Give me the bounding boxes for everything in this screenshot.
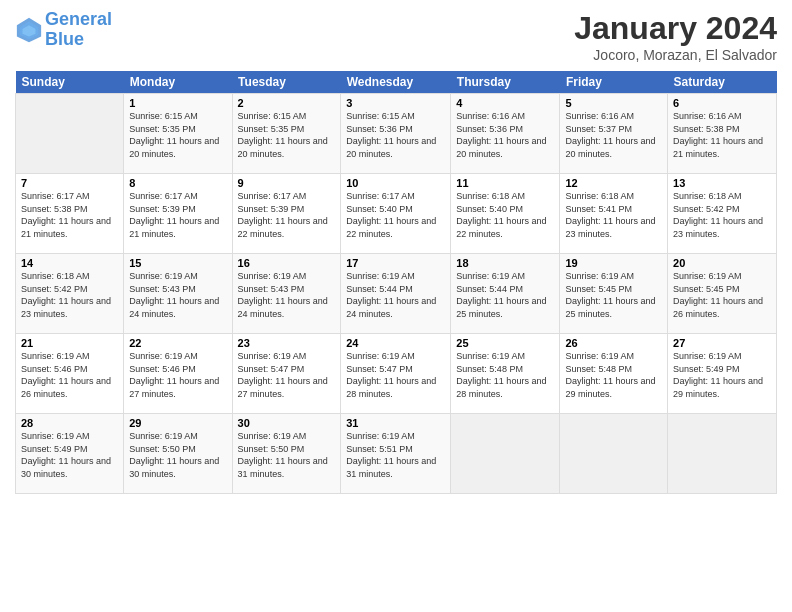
day-cell-w2-d7: 13 Sunrise: 6:18 AMSunset: 5:42 PMDaylig… [668, 174, 777, 254]
day-cell-w5-d6 [560, 414, 668, 494]
day-cell-w3-d2: 15 Sunrise: 6:19 AMSunset: 5:43 PMDaylig… [124, 254, 232, 334]
page-container: General Blue January 2024 Jocoro, Moraza… [0, 0, 792, 612]
day-number: 10 [346, 177, 445, 189]
day-cell-w3-d3: 16 Sunrise: 6:19 AMSunset: 5:43 PMDaylig… [232, 254, 341, 334]
day-number: 17 [346, 257, 445, 269]
day-cell-w2-d4: 10 Sunrise: 6:17 AMSunset: 5:40 PMDaylig… [341, 174, 451, 254]
day-cell-w5-d2: 29 Sunrise: 6:19 AMSunset: 5:50 PMDaylig… [124, 414, 232, 494]
day-info: Sunrise: 6:19 AMSunset: 5:46 PMDaylight:… [129, 351, 219, 399]
day-cell-w5-d1: 28 Sunrise: 6:19 AMSunset: 5:49 PMDaylig… [16, 414, 124, 494]
day-number: 6 [673, 97, 771, 109]
day-cell-w4-d2: 22 Sunrise: 6:19 AMSunset: 5:46 PMDaylig… [124, 334, 232, 414]
day-cell-w5-d5 [451, 414, 560, 494]
calendar-body: 1 Sunrise: 6:15 AMSunset: 5:35 PMDayligh… [16, 94, 777, 494]
day-number: 5 [565, 97, 662, 109]
logo: General Blue [15, 10, 112, 50]
subtitle: Jocoro, Morazan, El Salvador [574, 47, 777, 63]
day-number: 27 [673, 337, 771, 349]
day-info: Sunrise: 6:19 AMSunset: 5:51 PMDaylight:… [346, 431, 436, 479]
day-info: Sunrise: 6:18 AMSunset: 5:40 PMDaylight:… [456, 191, 546, 239]
day-number: 25 [456, 337, 554, 349]
logo-icon [15, 16, 43, 44]
day-info: Sunrise: 6:19 AMSunset: 5:43 PMDaylight:… [238, 271, 328, 319]
day-cell-w3-d5: 18 Sunrise: 6:19 AMSunset: 5:44 PMDaylig… [451, 254, 560, 334]
day-number: 1 [129, 97, 226, 109]
day-cell-w1-d1 [16, 94, 124, 174]
day-cell-w1-d4: 3 Sunrise: 6:15 AMSunset: 5:36 PMDayligh… [341, 94, 451, 174]
day-cell-w4-d6: 26 Sunrise: 6:19 AMSunset: 5:48 PMDaylig… [560, 334, 668, 414]
logo-text: General Blue [45, 10, 112, 50]
day-number: 31 [346, 417, 445, 429]
week-row-4: 21 Sunrise: 6:19 AMSunset: 5:46 PMDaylig… [16, 334, 777, 414]
header-friday: Friday [560, 71, 668, 94]
main-title: January 2024 [574, 10, 777, 47]
header-monday: Monday [124, 71, 232, 94]
day-number: 3 [346, 97, 445, 109]
day-cell-w4-d3: 23 Sunrise: 6:19 AMSunset: 5:47 PMDaylig… [232, 334, 341, 414]
day-info: Sunrise: 6:19 AMSunset: 5:47 PMDaylight:… [346, 351, 436, 399]
day-info: Sunrise: 6:16 AMSunset: 5:36 PMDaylight:… [456, 111, 546, 159]
day-info: Sunrise: 6:15 AMSunset: 5:35 PMDaylight:… [129, 111, 219, 159]
day-info: Sunrise: 6:18 AMSunset: 5:42 PMDaylight:… [21, 271, 111, 319]
day-number: 24 [346, 337, 445, 349]
calendar-header: Sunday Monday Tuesday Wednesday Thursday… [16, 71, 777, 94]
day-info: Sunrise: 6:18 AMSunset: 5:42 PMDaylight:… [673, 191, 763, 239]
day-info: Sunrise: 6:19 AMSunset: 5:44 PMDaylight:… [346, 271, 436, 319]
day-number: 30 [238, 417, 336, 429]
calendar-table: Sunday Monday Tuesday Wednesday Thursday… [15, 71, 777, 494]
day-info: Sunrise: 6:16 AMSunset: 5:38 PMDaylight:… [673, 111, 763, 159]
day-info: Sunrise: 6:19 AMSunset: 5:48 PMDaylight:… [456, 351, 546, 399]
day-info: Sunrise: 6:19 AMSunset: 5:45 PMDaylight:… [565, 271, 655, 319]
day-info: Sunrise: 6:19 AMSunset: 5:47 PMDaylight:… [238, 351, 328, 399]
day-number: 9 [238, 177, 336, 189]
day-info: Sunrise: 6:17 AMSunset: 5:38 PMDaylight:… [21, 191, 111, 239]
day-cell-w5-d4: 31 Sunrise: 6:19 AMSunset: 5:51 PMDaylig… [341, 414, 451, 494]
header-saturday: Saturday [668, 71, 777, 94]
day-info: Sunrise: 6:19 AMSunset: 5:46 PMDaylight:… [21, 351, 111, 399]
day-info: Sunrise: 6:19 AMSunset: 5:49 PMDaylight:… [673, 351, 763, 399]
day-number: 29 [129, 417, 226, 429]
day-number: 15 [129, 257, 226, 269]
day-cell-w2-d1: 7 Sunrise: 6:17 AMSunset: 5:38 PMDayligh… [16, 174, 124, 254]
day-cell-w5-d3: 30 Sunrise: 6:19 AMSunset: 5:50 PMDaylig… [232, 414, 341, 494]
day-cell-w4-d7: 27 Sunrise: 6:19 AMSunset: 5:49 PMDaylig… [668, 334, 777, 414]
day-cell-w1-d6: 5 Sunrise: 6:16 AMSunset: 5:37 PMDayligh… [560, 94, 668, 174]
day-cell-w1-d3: 2 Sunrise: 6:15 AMSunset: 5:35 PMDayligh… [232, 94, 341, 174]
day-number: 28 [21, 417, 118, 429]
day-number: 22 [129, 337, 226, 349]
day-info: Sunrise: 6:19 AMSunset: 5:48 PMDaylight:… [565, 351, 655, 399]
day-cell-w1-d7: 6 Sunrise: 6:16 AMSunset: 5:38 PMDayligh… [668, 94, 777, 174]
day-info: Sunrise: 6:19 AMSunset: 5:44 PMDaylight:… [456, 271, 546, 319]
day-info: Sunrise: 6:19 AMSunset: 5:50 PMDaylight:… [238, 431, 328, 479]
day-number: 13 [673, 177, 771, 189]
day-info: Sunrise: 6:15 AMSunset: 5:35 PMDaylight:… [238, 111, 328, 159]
day-number: 21 [21, 337, 118, 349]
day-info: Sunrise: 6:17 AMSunset: 5:39 PMDaylight:… [238, 191, 328, 239]
day-cell-w1-d2: 1 Sunrise: 6:15 AMSunset: 5:35 PMDayligh… [124, 94, 232, 174]
day-cell-w4-d1: 21 Sunrise: 6:19 AMSunset: 5:46 PMDaylig… [16, 334, 124, 414]
day-number: 4 [456, 97, 554, 109]
day-info: Sunrise: 6:18 AMSunset: 5:41 PMDaylight:… [565, 191, 655, 239]
day-cell-w2-d6: 12 Sunrise: 6:18 AMSunset: 5:41 PMDaylig… [560, 174, 668, 254]
day-number: 8 [129, 177, 226, 189]
day-number: 16 [238, 257, 336, 269]
day-number: 2 [238, 97, 336, 109]
day-info: Sunrise: 6:17 AMSunset: 5:40 PMDaylight:… [346, 191, 436, 239]
day-number: 20 [673, 257, 771, 269]
day-info: Sunrise: 6:16 AMSunset: 5:37 PMDaylight:… [565, 111, 655, 159]
header-sunday: Sunday [16, 71, 124, 94]
week-row-2: 7 Sunrise: 6:17 AMSunset: 5:38 PMDayligh… [16, 174, 777, 254]
day-number: 23 [238, 337, 336, 349]
day-number: 12 [565, 177, 662, 189]
day-cell-w1-d5: 4 Sunrise: 6:16 AMSunset: 5:36 PMDayligh… [451, 94, 560, 174]
week-row-1: 1 Sunrise: 6:15 AMSunset: 5:35 PMDayligh… [16, 94, 777, 174]
day-number: 18 [456, 257, 554, 269]
day-cell-w2-d5: 11 Sunrise: 6:18 AMSunset: 5:40 PMDaylig… [451, 174, 560, 254]
day-number: 7 [21, 177, 118, 189]
day-number: 11 [456, 177, 554, 189]
day-cell-w2-d2: 8 Sunrise: 6:17 AMSunset: 5:39 PMDayligh… [124, 174, 232, 254]
day-cell-w3-d1: 14 Sunrise: 6:18 AMSunset: 5:42 PMDaylig… [16, 254, 124, 334]
day-cell-w3-d6: 19 Sunrise: 6:19 AMSunset: 5:45 PMDaylig… [560, 254, 668, 334]
header: General Blue January 2024 Jocoro, Moraza… [15, 10, 777, 63]
day-cell-w5-d7 [668, 414, 777, 494]
